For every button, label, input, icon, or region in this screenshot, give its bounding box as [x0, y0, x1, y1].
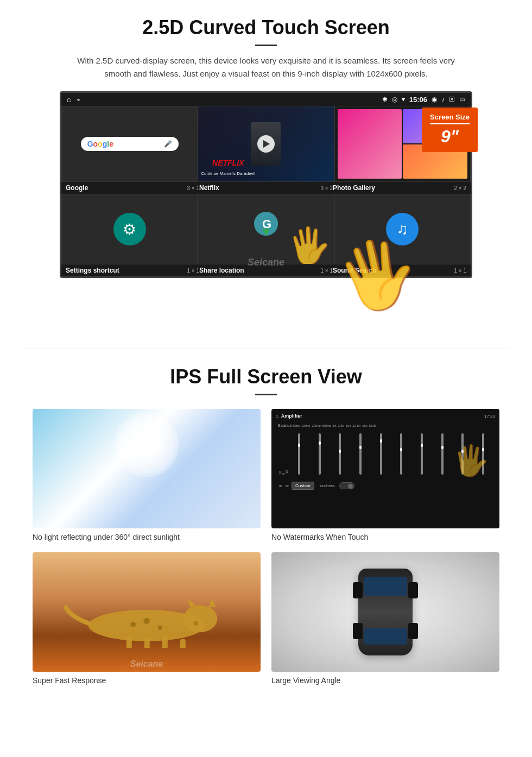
car-image	[271, 552, 499, 672]
amplifier-image: ⌂ Amplifier 17:33 Balance 60hz 100hz 200…	[271, 409, 499, 528]
netflix-label: Netflix 3 × 2	[199, 184, 333, 192]
amp-loudness-toggle[interactable]	[339, 482, 354, 489]
gallery-label: Photo Gallery 2 × 2	[333, 184, 466, 192]
netflix-app-cell[interactable]: NETFLIX Continue Marvel's Daredevil	[198, 106, 334, 182]
image-grid: No light reflecting under 360° direct su…	[33, 409, 499, 685]
netflix-subtitle: Continue Marvel's Daredevil	[201, 171, 255, 176]
eq-label-2k5: 2.5k	[338, 424, 344, 427]
badge-label: Screen Size	[430, 113, 470, 121]
car-card: Large Viewing Angle	[271, 552, 499, 685]
cheetah-caption: Super Fast Response	[33, 676, 261, 685]
location-icon: ◎	[392, 96, 397, 103]
section-ips-view: IPS Full Screen View No light reflecting…	[0, 349, 532, 696]
hand-gesture: 🖐	[285, 224, 332, 264]
eq-bar-6	[400, 433, 402, 475]
slider-handle-4	[359, 446, 362, 449]
slider-handle-3	[339, 450, 341, 453]
maps-label-name: Share location	[199, 267, 244, 274]
amp-custom-button[interactable]: Custom	[292, 482, 314, 490]
volume-icon: ♪	[441, 96, 445, 103]
settings-icon-circle: ⚙	[113, 213, 146, 245]
netflix-label-name: Netflix	[199, 184, 219, 192]
settings-label-name: Settings shortcut	[66, 267, 119, 274]
gallery-label-name: Photo Gallery	[333, 184, 375, 192]
eq-label-500hz: 500hz	[322, 424, 331, 427]
maps-app-cell[interactable]: G 🖐	[198, 194, 334, 264]
play-triangle	[263, 140, 270, 148]
eq-label-100hz: 100hz	[301, 424, 310, 427]
usb-icon: ⌁	[77, 96, 81, 104]
eq-bar-7	[421, 433, 423, 475]
maps-label: Share location 1 × 1	[199, 267, 333, 274]
slider-handle	[298, 444, 300, 447]
cheetah-visual: Seicane	[33, 552, 261, 672]
svg-point-5	[183, 605, 218, 633]
svg-rect-14	[162, 636, 168, 648]
cheetah-body-area	[44, 594, 249, 648]
screen-size-badge: Screen Size 9"	[422, 108, 478, 152]
amp-nav-back: ≪	[278, 484, 282, 488]
maps-label-size: 1 × 1	[320, 268, 333, 274]
car-visual	[271, 552, 499, 672]
google-app-cell[interactable]: Google 🎤	[61, 106, 198, 182]
eq-label-10k: 10k	[346, 424, 351, 427]
status-time: 15:06	[409, 96, 427, 104]
gallery-label-size: 2 × 2	[454, 185, 466, 191]
google-label-size: 3 × 1	[187, 185, 199, 191]
wifi-icon: ▾	[402, 96, 405, 103]
status-bar-left: ⌂ ⌁	[67, 95, 81, 104]
home-icon: ⌂	[67, 95, 71, 104]
status-bar: ⌂ ⌁ ✱ ◎ ▾ 15:06 ◉ ♪ ☒ ▭	[61, 93, 471, 106]
amplifier-card: ⌂ Amplifier 17:33 Balance 60hz 100hz 200…	[271, 409, 499, 541]
google-search-bar[interactable]: Google 🎤	[81, 137, 179, 151]
eq-label-60hz: 60hz	[293, 424, 300, 427]
eq-bar-8	[441, 433, 444, 475]
eq-scale: 10 0 -10	[278, 433, 288, 475]
x-icon: ☒	[449, 96, 455, 103]
balance-label: Balance	[278, 424, 292, 427]
svg-text:G: G	[262, 217, 271, 231]
home-icon-amp: ⌂	[276, 414, 278, 419]
amp-header: ⌂ Amplifier 17:33	[276, 413, 495, 419]
amp-footer: ≪ ≫ Custom loudness	[276, 480, 495, 491]
slider-handle-7	[421, 444, 423, 447]
amp-title: Amplifier	[281, 413, 302, 419]
car-caption: Large Viewing Angle	[271, 676, 499, 685]
cheetah-watermark: Seicane	[130, 659, 163, 669]
status-bar-right: ✱ ◎ ▾ 15:06 ◉ ♪ ☒ ▭	[382, 96, 465, 104]
eq-sliders-area: 10 0 -10	[276, 432, 495, 476]
badge-divider	[430, 123, 470, 124]
window-icon: ▭	[459, 96, 465, 103]
svg-point-10	[130, 622, 136, 627]
eq-bar-2	[319, 433, 321, 475]
amplifier-caption: No Watermarks When Touch	[271, 533, 499, 541]
sunlight-visual	[33, 409, 261, 528]
slider-handle-6	[400, 448, 402, 451]
section-curved-touch: 2.5D Curved Touch Screen With 2.5D curve…	[0, 0, 532, 321]
car-wheel-rear-left	[353, 623, 363, 639]
gallery-thumb-1	[338, 109, 402, 179]
slider-handle-5	[380, 439, 382, 443]
bluetooth-icon: ✱	[382, 96, 388, 103]
section2-title: IPS Full Screen View	[33, 365, 499, 388]
svg-point-9	[158, 626, 162, 630]
amp-loudness-label: loudness	[320, 484, 335, 488]
google-label: Google 3 × 1	[66, 184, 199, 192]
settings-app-cell[interactable]: ⚙	[61, 194, 198, 264]
google-logo: Google	[87, 140, 113, 148]
section2-divider	[255, 394, 277, 395]
netflix-play-button[interactable]	[257, 135, 275, 153]
amp-eq-labels: Balance 60hz 100hz 200hz 500hz 1k 2.5k 1…	[276, 421, 495, 430]
sound-search-label-size: 1 × 1	[454, 268, 466, 274]
eq-label-200hz: 200hz	[312, 424, 320, 427]
eq-label-sub: SUB	[369, 424, 376, 427]
app-labels-top-row: Google 3 × 1 Netflix 3 × 2 Photo Gallery…	[61, 182, 471, 194]
sunlight-card: No light reflecting under 360° direct su…	[33, 409, 261, 541]
netflix-badge: NETFLIX Continue Marvel's Daredevil	[201, 159, 255, 177]
app-grid-top: Google 🎤	[61, 106, 471, 182]
title-divider	[255, 45, 277, 46]
svg-rect-15	[180, 639, 186, 648]
gear-icon: ⚙	[123, 220, 136, 238]
google-label-name: Google	[66, 184, 88, 192]
section1-title: 2.5D Curved Touch Screen	[33, 16, 499, 39]
